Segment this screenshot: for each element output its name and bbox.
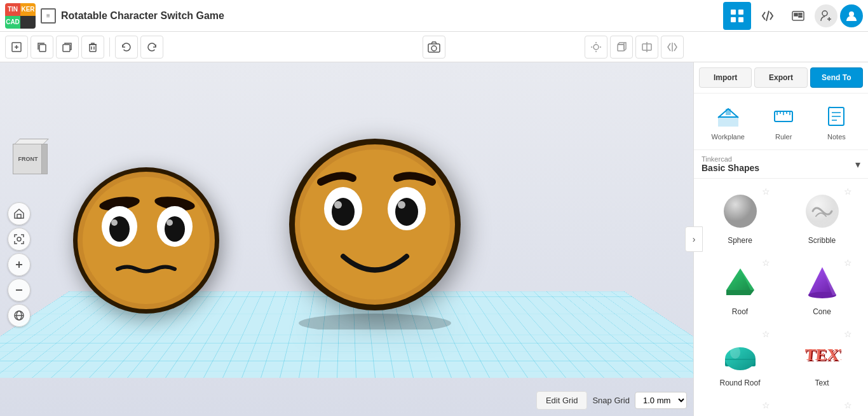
svg-rect-15 xyxy=(39,45,46,52)
zoom-in-button[interactable] xyxy=(8,253,31,276)
delete-button[interactable] xyxy=(81,36,104,59)
fit-to-view-button[interactable] xyxy=(8,228,31,251)
snap-grid-select[interactable]: 1.0 mm 0.5 mm 0.1 mm 2.0 mm xyxy=(635,392,687,409)
svg-marker-76 xyxy=(726,290,754,295)
scribble-favorite-star[interactable]: ☆ xyxy=(844,186,852,197)
viewport-controls xyxy=(8,202,31,327)
orientation-cube[interactable]: FRONT xyxy=(13,139,54,180)
home-view-button[interactable] xyxy=(8,202,31,225)
dropdown-arrow-icon: ▾ xyxy=(855,158,860,170)
svg-point-50 xyxy=(299,314,451,329)
svg-rect-16 xyxy=(63,45,70,52)
svg-rect-0 xyxy=(731,10,736,15)
rotate-view-button[interactable] xyxy=(8,304,31,327)
svg-rect-3 xyxy=(738,17,743,22)
svg-point-55 xyxy=(332,198,355,226)
logo-cad: CAD xyxy=(5,16,20,29)
svg-rect-31 xyxy=(17,214,21,218)
shapes-row-4: ☆ ☆ xyxy=(699,398,863,416)
shape-extra-1[interactable]: ☆ xyxy=(705,398,775,416)
new-button[interactable] xyxy=(5,36,28,59)
light-button[interactable] xyxy=(585,36,607,59)
round-roof-favorite-star[interactable]: ☆ xyxy=(762,329,770,339)
roof-label: Roof xyxy=(732,307,748,316)
scribble-label: Scribble xyxy=(808,236,836,245)
roof-visual xyxy=(718,260,763,305)
scribble-visual xyxy=(800,189,844,233)
codeblocks-button[interactable] xyxy=(754,2,782,30)
svg-point-21 xyxy=(431,46,437,51)
panel-actions: Import Export Send To xyxy=(694,62,868,94)
copy-paste-button[interactable] xyxy=(31,36,53,59)
panel-tools: Workplane Ruler xyxy=(694,94,868,150)
svg-rect-7 xyxy=(799,16,802,17)
svg-point-73 xyxy=(724,195,757,228)
smiling-face[interactable] xyxy=(280,126,470,329)
grid-view-button[interactable] xyxy=(723,2,751,30)
text-favorite-star[interactable]: ☆ xyxy=(844,329,852,339)
import-button[interactable]: Import xyxy=(699,67,752,88)
shape-cone[interactable]: ☆ xyxy=(787,255,857,321)
main-content: FRONT xyxy=(0,62,868,416)
screenshot-button[interactable] xyxy=(423,36,445,59)
shapes-grid: ☆ Sphere xyxy=(694,179,868,416)
sim-button[interactable] xyxy=(784,2,812,30)
shapes-category: Tinkercad xyxy=(702,155,855,163)
svg-rect-83 xyxy=(725,359,756,360)
redo-button[interactable] xyxy=(140,36,163,59)
cone-visual xyxy=(800,260,844,305)
worried-face[interactable] xyxy=(64,151,229,329)
align-button[interactable] xyxy=(635,36,658,59)
extra1-favorite-star[interactable]: ☆ xyxy=(762,400,770,410)
viewport[interactable]: FRONT xyxy=(0,62,693,416)
svg-point-32 xyxy=(17,237,21,241)
svg-rect-2 xyxy=(731,17,736,22)
ruler-label: Ruler xyxy=(775,133,792,141)
round-roof-visual xyxy=(718,331,763,376)
svg-rect-5 xyxy=(794,13,797,16)
svg-rect-1 xyxy=(738,10,743,15)
sphere-visual xyxy=(718,189,763,233)
logo-ker: KER xyxy=(20,3,36,16)
panel-collapse-button[interactable]: › xyxy=(685,226,703,252)
notes-icon xyxy=(822,102,850,130)
sphere-favorite-star[interactable]: ☆ xyxy=(762,186,770,197)
view-cube-button[interactable] xyxy=(610,36,633,59)
workplane-tool[interactable]: Workplane xyxy=(707,100,750,143)
undo-button[interactable] xyxy=(115,36,138,59)
logo-blank xyxy=(20,16,36,29)
text-visual: TEXT TEXT TEXT xyxy=(800,331,844,376)
shapes-dropdown[interactable]: Tinkercad Basic Shapes ▾ xyxy=(694,150,868,179)
shape-round-roof[interactable]: ☆ xyxy=(705,326,775,392)
top-bar: TIN KER CAD ≡ Rotatable Character Switch… xyxy=(0,0,868,32)
add-person-button[interactable] xyxy=(815,4,837,27)
edit-grid-button[interactable]: Edit Grid xyxy=(536,391,588,410)
tinkercad-logo[interactable]: TIN KER CAD xyxy=(5,3,36,29)
mirror-button[interactable] xyxy=(661,36,684,59)
cone-favorite-star[interactable]: ☆ xyxy=(844,258,852,268)
cube-right-face xyxy=(41,144,48,174)
user-avatar-button[interactable] xyxy=(840,4,863,27)
shape-roof[interactable]: ☆ xyxy=(705,255,775,321)
shape-extra-2[interactable]: ☆ xyxy=(787,398,857,416)
extra2-favorite-star[interactable]: ☆ xyxy=(844,400,852,410)
extra2-visual xyxy=(800,403,844,416)
shapes-row-3: ☆ xyxy=(699,326,863,392)
zoom-out-button[interactable] xyxy=(8,279,31,302)
roof-favorite-star[interactable]: ☆ xyxy=(762,258,770,268)
svg-point-8 xyxy=(822,11,827,16)
shape-sphere[interactable]: ☆ Sphere xyxy=(705,184,775,250)
ruler-tool[interactable]: Ruler xyxy=(764,100,803,143)
separator-1 xyxy=(109,38,110,57)
svg-rect-61 xyxy=(718,116,738,127)
shape-scribble[interactable]: ☆ xyxy=(787,184,857,250)
duplicate-button[interactable] xyxy=(56,36,79,59)
svg-point-45 xyxy=(109,216,130,242)
send-to-button[interactable]: Send To xyxy=(810,67,863,88)
project-list-icon[interactable]: ≡ xyxy=(41,8,56,24)
svg-point-41 xyxy=(83,177,210,304)
notes-tool[interactable]: Notes xyxy=(817,100,855,143)
export-button[interactable]: Export xyxy=(754,67,807,88)
shape-text[interactable]: ☆ TEXT TEXT TEXT Text xyxy=(787,326,857,392)
extra1-visual xyxy=(718,403,763,416)
